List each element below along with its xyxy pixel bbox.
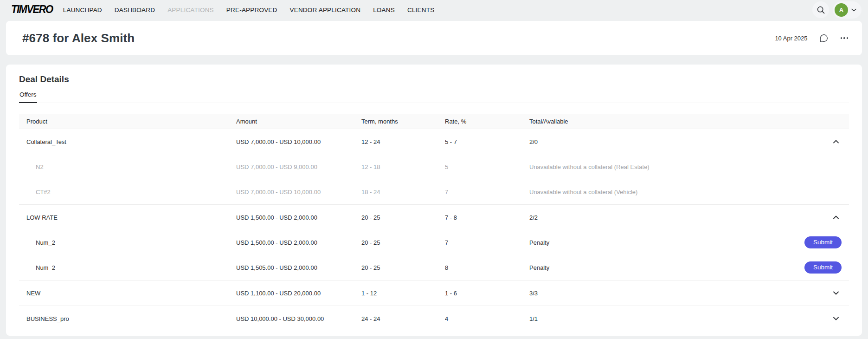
cell-rate: 7 — [445, 239, 529, 246]
offer-row: CT#2USD 7,000.00 - USD 10,000.0018 - 247… — [19, 179, 849, 204]
offer-row: Num_2USD 1,505.00 - USD 2,000.0020 - 258… — [19, 255, 849, 280]
product-row[interactable]: BUSINESS_proUSD 10,000.00 - USD 30,000.0… — [19, 306, 849, 331]
cell-amount: USD 7,000.00 - USD 10,000.00 — [236, 189, 361, 196]
cell-term: 20 - 25 — [361, 239, 445, 246]
offers-table-body: Collateral_TestUSD 7,000.00 - USD 10,000… — [19, 129, 849, 331]
offers-table: Product Amount Term, months Rate, % Tota… — [19, 114, 849, 331]
cell-total-available: 2/0 — [529, 138, 772, 145]
cell-product: LOW RATE — [26, 214, 236, 221]
nav-item-applications[interactable]: APPLICATIONS — [167, 7, 214, 13]
page-title: #678 for Alex Smith — [22, 31, 775, 46]
nav-item-clients[interactable]: CLIENTS — [407, 7, 434, 13]
cell-rate: 4 — [445, 315, 529, 322]
cell-rate: 1 - 6 — [445, 290, 529, 297]
chevron-down-icon — [832, 315, 840, 322]
chevron-up-icon — [832, 214, 840, 221]
comment-icon — [819, 33, 829, 43]
product-row[interactable]: NEWUSD 1,100.00 - USD 20,000.001 - 121 -… — [19, 280, 849, 306]
cell-term: 20 - 25 — [361, 264, 445, 271]
nav-items: LAUNCHPADDASHBOARDAPPLICATIONSPRE-APPROV… — [63, 7, 812, 13]
search-icon — [817, 6, 825, 14]
submit-button[interactable]: Submit — [804, 236, 842, 249]
cell-total-available: 3/3 — [529, 290, 772, 297]
column-header-amount: Amount — [236, 118, 361, 125]
product-row[interactable]: Collateral_TestUSD 7,000.00 - USD 10,000… — [19, 129, 849, 154]
timvero-logo[interactable]: TIMVERO — [11, 3, 53, 16]
cell-term: 1 - 12 — [361, 290, 445, 297]
cell-term: 24 - 24 — [361, 315, 445, 322]
column-header-product: Product — [26, 118, 236, 125]
cell-amount: USD 1,500.00 - USD 2,000.00 — [236, 239, 361, 246]
row-action — [830, 136, 842, 147]
cell-total-available: Penalty — [529, 264, 772, 271]
chevron-up-icon — [832, 138, 840, 145]
nav-right: A — [812, 1, 862, 19]
cell-product: BUSINESS_pro — [26, 315, 236, 322]
nav-item-dashboard[interactable]: DASHBOARD — [115, 7, 155, 13]
cell-product: Num_2 — [26, 239, 236, 246]
product-row[interactable]: LOW RATEUSD 1,500.00 - USD 2,000.0020 - … — [19, 205, 849, 230]
offer-row: Num_2USD 1,500.00 - USD 2,000.0020 - 257… — [19, 230, 849, 255]
cell-rate: 8 — [445, 264, 529, 271]
cell-product: NEW — [26, 290, 236, 297]
column-header-total-available: Total/Available — [529, 118, 772, 125]
offers-table-header: Product Amount Term, months Rate, % Tota… — [19, 114, 849, 129]
cell-rate: 5 — [445, 163, 529, 170]
cell-term: 12 - 24 — [361, 138, 445, 145]
cell-rate: 7 - 8 — [445, 214, 529, 221]
row-action — [830, 287, 842, 299]
cell-total-available: 2/2 — [529, 214, 772, 221]
nav-item-launchpad[interactable]: LAUNCHPAD — [63, 7, 102, 13]
comment-button[interactable] — [818, 33, 829, 44]
avatar: A — [835, 3, 848, 17]
submit-button[interactable]: Submit — [804, 261, 842, 274]
cell-term: 12 - 18 — [361, 163, 445, 170]
cell-amount: USD 1,505.00 - USD 2,000.00 — [236, 264, 361, 271]
collapse-button[interactable] — [830, 136, 842, 147]
row-action — [830, 212, 842, 223]
row-action — [830, 313, 842, 324]
cell-total-available: 1/1 — [529, 315, 772, 322]
nav-item-loans[interactable]: LOANS — [373, 7, 395, 13]
cell-product: CT#2 — [26, 189, 236, 196]
cell-amount: USD 1,500.00 - USD 2,000.00 — [236, 214, 361, 221]
cell-amount: USD 7,000.00 - USD 9,000.00 — [236, 163, 361, 170]
header-actions: 10 Apr 2025 — [775, 33, 849, 44]
tab-bar: Offers — [19, 91, 849, 103]
column-header-rate: Rate, % — [445, 118, 529, 125]
deal-header-card: #678 for Alex Smith 10 Apr 2025 — [6, 21, 862, 55]
row-action: Submit — [804, 261, 842, 274]
top-nav: TIMVERO LAUNCHPADDASHBOARDAPPLICATIONSPR… — [0, 0, 868, 20]
user-menu[interactable]: A — [833, 1, 862, 19]
cell-amount: USD 7,000.00 - USD 10,000.00 — [236, 138, 361, 145]
expand-button[interactable] — [830, 313, 842, 324]
collapse-button[interactable] — [830, 212, 842, 223]
cell-amount: USD 10,000.00 - USD 30,000.00 — [236, 315, 361, 322]
more-button[interactable] — [840, 36, 849, 40]
cell-total-available: Unavailable without a collateral (Vehicl… — [529, 189, 772, 196]
section-title: Deal Details — [19, 65, 849, 85]
nav-item-vendor-application[interactable]: VENDOR APPLICATION — [290, 7, 361, 13]
chevron-down-icon — [832, 289, 840, 297]
cell-product: Collateral_Test — [26, 138, 236, 145]
deal-details-card: Deal Details Offers Product Amount Term,… — [6, 65, 862, 336]
avatar-initial: A — [839, 7, 843, 13]
deal-date: 10 Apr 2025 — [775, 35, 807, 42]
cell-total-available: Penalty — [529, 239, 772, 246]
cell-amount: USD 1,100.00 - USD 20,000.00 — [236, 290, 361, 297]
ellipsis-icon — [841, 37, 849, 39]
expand-button[interactable] — [830, 287, 842, 299]
cell-product: Num_2 — [26, 264, 236, 271]
offer-row: N2USD 7,000.00 - USD 9,000.0012 - 185Una… — [19, 154, 849, 179]
cell-total-available: Unavailable without a collateral (Real E… — [529, 163, 772, 170]
column-header-term: Term, months — [361, 118, 445, 125]
cell-term: 20 - 25 — [361, 214, 445, 221]
cell-rate: 7 — [445, 189, 529, 196]
chevron-down-icon — [851, 8, 856, 12]
tab-offers[interactable]: Offers — [19, 91, 37, 103]
cell-term: 18 - 24 — [361, 189, 445, 196]
row-action: Submit — [804, 236, 842, 249]
cell-rate: 5 - 7 — [445, 138, 529, 145]
search-button[interactable] — [812, 1, 829, 18]
nav-item-pre-approved[interactable]: PRE-APPROVED — [226, 7, 277, 13]
